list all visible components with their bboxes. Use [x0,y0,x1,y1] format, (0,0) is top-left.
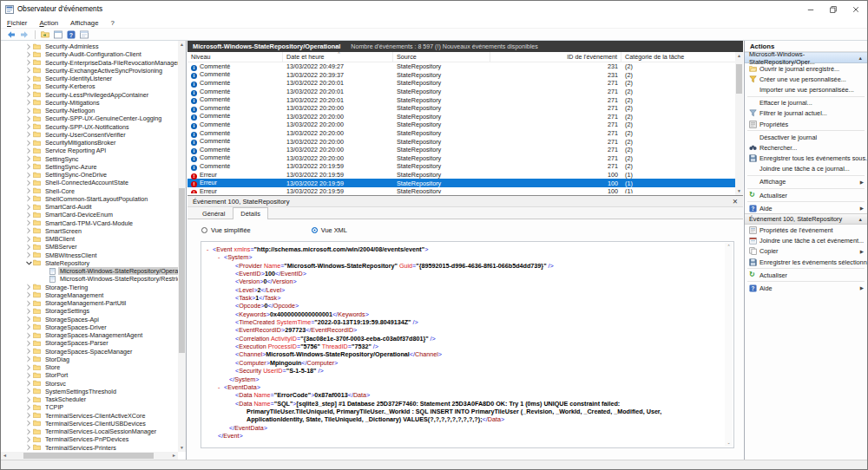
tree-item[interactable]: StorDiag [1,356,178,363]
tree-item[interactable]: SmartScreen [1,227,178,235]
tab-general[interactable]: Général [194,207,233,219]
action-enregistrer-tous-les-evenements-sous[interactable]: Enregistrer tous les événements sous... [745,153,867,164]
chevron-right-icon[interactable] [25,251,32,258]
tree-item[interactable]: Security-Mitigations [1,99,178,107]
scroll-up-icon[interactable]: ▲ [178,41,186,49]
tree-item[interactable]: Shell-ConnectedAccountState [1,179,178,186]
chevron-right-icon[interactable] [25,323,32,330]
chevron-right-icon[interactable] [25,212,32,219]
action-filtrer-le-journal-actuel[interactable]: Filtrer le journal actuel... [745,108,867,119]
action-aide[interactable]: ?Aide▶ [745,203,867,213]
tree-item[interactable]: Security-EnterpriseData-FileRevocationMa… [1,59,178,67]
chevron-right-icon[interactable] [25,348,32,355]
chevron-right-icon[interactable] [25,372,32,379]
chevron-right-icon[interactable] [25,99,32,106]
event-row[interactable]: iCommenté13/03/2022 20:20:00StateReposit… [187,113,735,121]
tree-item[interactable]: SMBWitnessClient [1,251,178,259]
tree-item[interactable]: StorageSpaces-SpaceManager [1,348,178,356]
help-icon[interactable]: ? [65,29,76,40]
console-window-icon[interactable] [52,29,63,40]
collapse-marker[interactable]: - [218,383,224,391]
scroll-down-icon[interactable]: ▼ [735,187,743,195]
tree-vertical-scrollbar[interactable]: ▲ ▼ [178,41,186,452]
maximize-button[interactable] [822,1,845,17]
menu-affichage[interactable]: Affichage [70,19,98,27]
chevron-right-icon[interactable] [25,404,32,411]
chevron-right-icon[interactable] [25,428,32,435]
tree-item[interactable]: StorageSpaces-Parser [1,339,178,347]
chevron-right-icon[interactable] [25,123,32,130]
action-aide[interactable]: ?Aide▶ [745,283,867,293]
tree-item[interactable]: SMBServer [1,243,178,251]
chevron-right-icon[interactable] [25,244,32,251]
column-header-date[interactable]: Date et heure˄ [283,52,393,62]
chevron-right-icon[interactable] [25,236,32,243]
tab-details[interactable]: Détails [233,207,268,219]
tree-item[interactable]: Security-Adminless [1,42,178,50]
tree-item[interactable]: SettingSync [1,155,178,163]
tree-item[interactable]: Security-SPP-UX-Notifications [1,123,178,131]
tree-item[interactable]: StorageManagement [1,291,178,299]
event-row[interactable]: iCommenté13/03/2022 20:39:37StateReposit… [187,71,735,80]
tree-item[interactable]: StateRepository [1,259,178,267]
scroll-up-icon[interactable]: ⌃ [725,243,733,251]
chevron-right-icon[interactable] [25,140,32,147]
event-row[interactable]: iCommenté13/03/2022 20:20:01StateReposit… [187,79,735,88]
chevron-right-icon[interactable] [25,187,32,194]
chevron-right-icon[interactable] [25,155,32,162]
tree-item[interactable]: SmartCard-DeviceEnum [1,211,178,219]
chevron-right-icon[interactable] [25,388,32,395]
tree-item[interactable]: Shell-Core [1,187,178,195]
chevron-right-icon[interactable] [25,43,32,50]
tree-item[interactable]: Microsoft-Windows-StateRepository/Operat… [1,267,178,275]
action-enregistrer-les-evenements-selectionn[interactable]: Enregistrer les événements sélectionn... [745,257,867,267]
chevron-right-icon[interactable] [25,131,32,138]
tree-item[interactable]: SecurityMitigationsBroker [1,139,178,147]
tree-item[interactable]: TCPIP [1,403,178,411]
tree-item[interactable]: SettingSync-OneDrive [1,171,178,179]
tree-item[interactable]: StorageSpaces-Api [1,316,178,323]
action-proprietes-de-l-evenement[interactable]: Propriétés de l'événement [745,225,867,235]
event-row[interactable]: iCommenté13/03/2022 20:20:01StateReposit… [187,95,735,104]
tree-item[interactable]: StorageSpaces-ManagementAgent [1,331,178,339]
tree-item[interactable]: Storage-Tiering [1,284,178,291]
menu-?[interactable]: ? [110,19,114,27]
chevron-right-icon[interactable] [25,83,32,90]
chevron-right-icon[interactable] [25,227,32,234]
action-proprietes[interactable]: Propriétés [745,119,867,129]
tree-item[interactable]: SMBClient [1,235,178,243]
minimize-button[interactable] [799,1,822,17]
event-row[interactable]: iCommenté13/03/2022 20:20:00StateReposit… [187,129,735,138]
actions-section-header[interactable]: Microsoft-Windows-StateRepository/Oper..… [745,52,867,63]
back-icon[interactable] [5,29,16,40]
chevron-right-icon[interactable] [25,219,32,226]
event-row[interactable]: iCommenté13/03/2022 20:20:00StateReposit… [187,137,735,146]
tree-item[interactable]: SmartCard-TPM-VCard-Module [1,219,178,227]
event-row[interactable]: iCommenté13/03/2022 20:20:01StateReposit… [187,88,735,96]
chevron-right-icon[interactable] [25,444,32,451]
chevron-right-icon[interactable] [25,291,32,298]
tree-item[interactable]: Store [1,363,178,371]
tree-item[interactable]: Security-LessPrivilegedAppContainer [1,91,178,99]
scroll-down-icon[interactable]: ▼ [178,444,186,452]
action-actualiser[interactable]: ↻Actualiser [745,190,867,200]
chevron-right-icon[interactable] [25,91,32,98]
tree-item[interactable]: StorPort [1,371,178,379]
chevron-right-icon[interactable] [25,180,32,186]
menu-action[interactable]: Action [39,19,58,27]
action-importer-une-vue-personnalisee[interactable]: Importer une vue personnalisée... [745,84,867,95]
actions-section-header[interactable]: Événement 100, StateRepository▲ [745,213,867,225]
action-desactiver-le-journal[interactable]: Désactiver le journal [745,132,867,142]
scroll-left-icon[interactable]: ◄ [1,452,9,460]
action-joindre-une-tache-a-cet-evenement[interactable]: Joindre une tâche à cet événement... [745,236,867,246]
tree-item[interactable]: Storsvc [1,380,178,388]
event-row[interactable]: !Erreur13/03/2022 20:19:59StateRepositor… [187,179,735,187]
tree-item[interactable]: TerminalServices-ClientActiveXCore [1,412,178,420]
chevron-right-icon[interactable] [25,316,32,323]
tree-item[interactable]: TerminalServices-PnPDevices [1,435,178,443]
collapse-marker[interactable]: - [207,245,213,253]
tree-item[interactable]: TaskScheduler [1,395,178,403]
close-icon[interactable]: ✕ [733,196,738,207]
chevron-right-icon[interactable] [25,67,32,74]
column-header-event-id[interactable]: ID de l'événement [490,52,621,62]
